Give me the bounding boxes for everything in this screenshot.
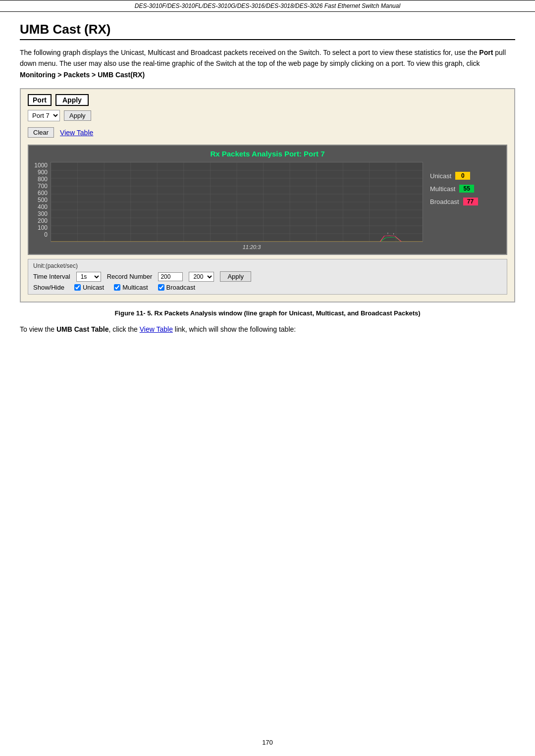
legend-unicast: Unicast 0 <box>430 172 502 180</box>
port-header-label: Port <box>28 94 52 106</box>
y-label-300: 300 <box>38 210 48 217</box>
unicast-checkbox-label[interactable]: Unicast <box>74 284 104 291</box>
figure-caption: Figure 11- 5. Rx Packets Analysis window… <box>20 309 515 317</box>
time-interval-label: Time Interval <box>33 273 70 280</box>
port-select-row: Port 1 Port 2 Port 3 Port 4 Port 5 Port … <box>28 110 507 121</box>
y-label-200: 200 <box>38 217 48 224</box>
y-label-1000: 1000 <box>34 162 48 169</box>
view-table-link-2[interactable]: View Table <box>140 325 173 333</box>
multicast-checkbox-label[interactable]: Multicast <box>114 284 148 291</box>
multicast-cb-label-text: Multicast <box>122 284 148 291</box>
header-title: DES-3010F/DES-3010FL/DES-3010G/DES-3016/… <box>0 0 535 12</box>
x-axis-time-label: 11:20:3 <box>51 244 423 250</box>
legend-multicast-value: 55 <box>459 185 474 193</box>
time-interval-row: Time Interval 1s 2s 5s 10s Record Number… <box>33 271 502 282</box>
view-table-link[interactable]: View Table <box>60 129 93 137</box>
chart-bottom-controls: Unit:(packet/sec) Time Interval 1s 2s 5s… <box>28 259 507 295</box>
chart-area: ↑ ↑ 11:20:3 <box>51 162 423 250</box>
svg-text:↑: ↑ <box>386 232 389 235</box>
unicast-cb-label-text: Unicast <box>83 284 104 291</box>
legend-broadcast: Broadcast 77 <box>430 198 502 205</box>
legend-unicast-value: 0 <box>455 172 470 180</box>
broadcast-checkbox-label[interactable]: Broadcast <box>158 284 196 291</box>
chart-title: Rx Packets Analysis Port: Port 7 <box>33 150 502 158</box>
y-axis: 1000 900 800 700 600 500 400 300 200 100… <box>33 162 51 250</box>
clear-row: Clear View Table <box>28 127 507 138</box>
y-label-700: 700 <box>38 183 48 190</box>
page-title: UMB Cast (RX) <box>20 22 515 40</box>
y-label-100: 100 <box>38 224 48 231</box>
y-label-900: 900 <box>38 169 48 176</box>
page-number: 170 <box>0 739 535 746</box>
apply-header-label: Apply <box>55 94 89 106</box>
showhide-row: Show/Hide Unicast Multicast Broadcast <box>33 284 502 291</box>
unit-label: Unit:(packet/sec) <box>33 262 502 269</box>
port-select[interactable]: Port 1 Port 2 Port 3 Port 4 Port 5 Port … <box>28 110 60 121</box>
legend-multicast-label: Multicast <box>430 185 455 193</box>
clear-button[interactable]: Clear <box>28 127 54 138</box>
body-paragraph: To view the UMB Cast Table, click the Vi… <box>20 324 515 335</box>
multicast-checkbox[interactable] <box>114 284 120 291</box>
apply-bottom-button[interactable]: Apply <box>220 271 251 282</box>
time-interval-select[interactable]: 1s 2s 5s 10s <box>76 272 101 282</box>
control-panel: Port Apply Port 1 Port 2 Port 3 Port 4 P… <box>20 88 515 302</box>
chart-grid: ↑ ↑ <box>51 162 423 242</box>
legend-area: Unicast 0 Multicast 55 Broadcast 77 <box>423 162 502 250</box>
chart-container: Rx Packets Analysis Port: Port 7 1000 90… <box>28 145 507 255</box>
record-number-label: Record Number <box>107 273 153 280</box>
y-label-400: 400 <box>38 203 48 210</box>
unicast-checkbox[interactable] <box>74 284 81 291</box>
y-label-600: 600 <box>38 190 48 197</box>
header-labels-row: Port Apply <box>28 94 507 106</box>
record-number-input[interactable] <box>158 272 183 281</box>
y-label-800: 800 <box>38 176 48 183</box>
showhide-label: Show/Hide <box>33 284 64 291</box>
legend-multicast: Multicast 55 <box>430 185 502 193</box>
apply-button[interactable]: Apply <box>64 110 91 121</box>
broadcast-checkbox[interactable] <box>158 284 164 291</box>
legend-unicast-label: Unicast <box>430 172 451 180</box>
svg-text:↑: ↑ <box>392 232 395 235</box>
section-description: The following graph displays the Unicast… <box>20 47 515 80</box>
broadcast-cb-label-text: Broadcast <box>166 284 196 291</box>
record-number-select[interactable]: 50 100 200 500 <box>189 272 214 282</box>
y-label-500: 500 <box>38 197 48 203</box>
y-label-0: 0 <box>44 231 48 238</box>
legend-broadcast-value: 77 <box>463 198 478 205</box>
legend-broadcast-label: Broadcast <box>430 198 459 205</box>
